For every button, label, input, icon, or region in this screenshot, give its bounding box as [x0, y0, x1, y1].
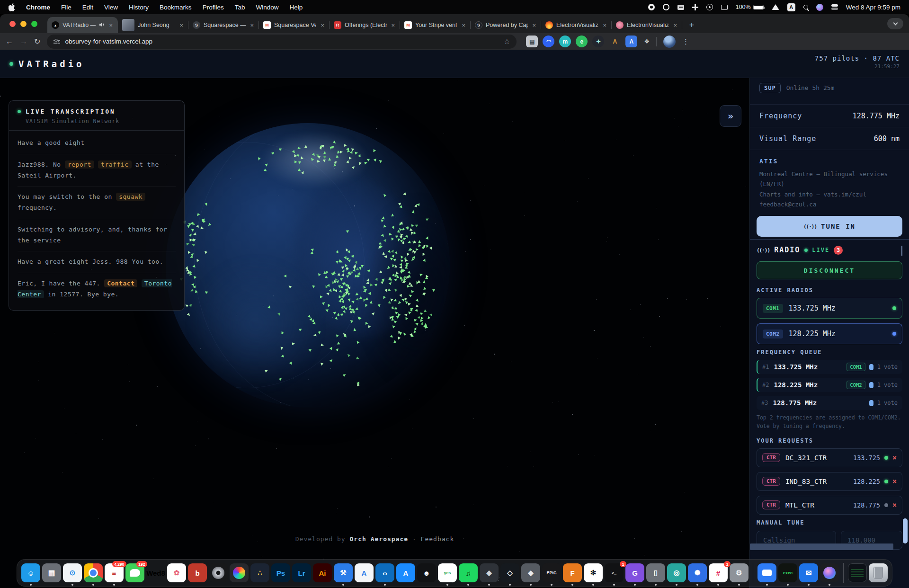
- vscode-dock-icon[interactable]: ‹›: [375, 563, 394, 582]
- aircraft-marker[interactable]: [413, 330, 417, 334]
- fl-studio-dock-icon[interactable]: F: [563, 563, 582, 582]
- aircraft-marker[interactable]: [364, 161, 367, 164]
- aircraft-marker[interactable]: [356, 298, 358, 301]
- aircraft-marker[interactable]: [393, 258, 397, 262]
- aircraft-marker[interactable]: [280, 347, 283, 350]
- phone-mirroring-dock-icon[interactable]: ▯: [646, 563, 665, 582]
- final-cut-dock-icon[interactable]: [230, 563, 249, 582]
- unity-dock-icon[interactable]: ◇: [500, 563, 519, 582]
- evernote-extension-icon[interactable]: e: [576, 36, 588, 47]
- aircraft-marker[interactable]: [384, 255, 387, 258]
- puzzle-extensions-icon[interactable]: ❖: [644, 38, 650, 45]
- aircraft-marker[interactable]: [391, 316, 394, 319]
- browser-tab-6[interactable]: SPowered by Capfi×: [471, 17, 541, 33]
- aircraft-marker[interactable]: [380, 219, 383, 223]
- chatgpt-dock-icon[interactable]: ✻: [584, 563, 603, 582]
- circle-status-icon[interactable]: [663, 4, 669, 10]
- spotlight-search-icon[interactable]: [803, 5, 808, 9]
- terminal-window-dock-icon[interactable]: [848, 563, 867, 582]
- battery-status[interactable]: 100%: [736, 4, 764, 10]
- aircraft-marker[interactable]: [312, 285, 315, 289]
- browser-tab-4[interactable]: ROfferings (Electro×: [330, 17, 400, 33]
- aircraft-marker[interactable]: [424, 309, 427, 312]
- tab-close-icon[interactable]: ×: [672, 22, 678, 29]
- siri-app-dock-icon[interactable]: [820, 563, 839, 582]
- bot-extension-icon[interactable]: ✦: [592, 36, 604, 47]
- vertical-scrollbar-thumb[interactable]: [903, 518, 908, 543]
- aircraft-marker[interactable]: [406, 226, 409, 229]
- remove-request-button[interactable]: ×: [892, 501, 897, 509]
- aircraft-marker[interactable]: [340, 150, 343, 153]
- browser-tab-1[interactable]: John Seong×: [118, 17, 188, 33]
- tab-audio-icon[interactable]: [99, 22, 105, 29]
- queue-row-2[interactable]: #2128.225 MHzCOM21 vote: [757, 378, 902, 392]
- remove-request-button[interactable]: ×: [892, 454, 897, 462]
- aircraft-marker[interactable]: [369, 301, 372, 303]
- yes-ebook-dock-icon[interactable]: yes: [438, 563, 457, 582]
- aircraft-marker[interactable]: [349, 157, 352, 160]
- unity-hub-dock-icon[interactable]: ◆: [521, 563, 540, 582]
- tab-search-button[interactable]: [887, 18, 903, 29]
- tab-close-icon[interactable]: ×: [320, 22, 325, 29]
- aircraft-marker[interactable]: [294, 160, 297, 163]
- xcode-dock-icon[interactable]: ⚒: [334, 563, 353, 582]
- aircraft-marker[interactable]: [394, 251, 397, 254]
- aircraft-marker[interactable]: [411, 210, 415, 213]
- reload-button[interactable]: ↻: [34, 37, 40, 46]
- aircraft-marker[interactable]: [357, 341, 360, 344]
- launchpad-dock-icon[interactable]: ▦: [42, 563, 61, 582]
- gem-app-dock-icon[interactable]: ◆: [480, 563, 499, 582]
- safari-dock-icon[interactable]: ⊙: [63, 563, 82, 582]
- printer-status-icon[interactable]: [677, 5, 684, 10]
- wifi-icon[interactable]: [772, 4, 779, 10]
- browser-tab-8[interactable]: ElectronVisualize×: [612, 17, 682, 33]
- menubar-item-tab[interactable]: Tab: [235, 4, 245, 11]
- tab-close-icon[interactable]: ×: [531, 22, 537, 29]
- translate-extension-icon[interactable]: A: [625, 36, 637, 47]
- aircraft-marker[interactable]: [389, 233, 392, 236]
- davinci-resolve-dock-icon[interactable]: ∴: [250, 563, 269, 582]
- menubar-clock[interactable]: Wed 8 Apr 9:59 pm: [846, 4, 900, 11]
- collapse-radio-panel[interactable]: [901, 246, 902, 255]
- aircraft-marker[interactable]: [393, 340, 396, 343]
- horizontal-scrollbar[interactable]: [750, 543, 893, 550]
- arc-extension-icon[interactable]: ◠: [543, 36, 554, 47]
- aircraft-marker[interactable]: [304, 145, 307, 148]
- aircraft-marker[interactable]: [345, 267, 348, 270]
- aircraft-marker[interactable]: [404, 257, 407, 259]
- aircraft-marker[interactable]: [358, 317, 362, 320]
- aircraft-marker[interactable]: [408, 303, 411, 306]
- system-settings-dock-icon[interactable]: ⚙: [730, 563, 749, 582]
- aircraft-marker[interactable]: [297, 146, 301, 150]
- spotify-dock-icon[interactable]: ♫: [459, 563, 478, 582]
- aircraft-marker[interactable]: [394, 265, 397, 267]
- tab-close-icon[interactable]: ×: [461, 22, 466, 29]
- siri-icon[interactable]: [816, 4, 823, 11]
- aircraft-marker[interactable]: [390, 298, 393, 302]
- menubar-item-edit[interactable]: Edit: [82, 4, 93, 11]
- aircraft-marker[interactable]: [418, 240, 420, 243]
- aircraft-marker[interactable]: [370, 284, 374, 287]
- slack-dock-icon[interactable]: #1: [709, 563, 728, 582]
- drafting-app-dock-icon[interactable]: A: [355, 563, 374, 582]
- menubar-item-bookmarks[interactable]: Bookmarks: [160, 4, 192, 11]
- tab-close-icon[interactable]: ×: [108, 22, 114, 29]
- app-store-dock-icon[interactable]: A: [396, 563, 415, 582]
- menubar-item-window[interactable]: Window: [256, 4, 278, 11]
- url-text[interactable]: obsurvey-for-vatsim.vercel.app: [65, 38, 152, 45]
- menubar-item-profiles[interactable]: Profiles: [203, 4, 224, 11]
- site-settings-icon[interactable]: [53, 40, 60, 44]
- aircraft-marker[interactable]: [365, 322, 368, 325]
- aircraft-marker[interactable]: [326, 284, 330, 287]
- apple-logo-icon[interactable]: [9, 3, 15, 11]
- aircraft-marker[interactable]: [399, 263, 402, 266]
- move-status-icon[interactable]: [692, 4, 698, 10]
- aircraft-marker[interactable]: [336, 261, 339, 264]
- feedback-link[interactable]: Feedback: [421, 535, 454, 543]
- tab-close-icon[interactable]: ×: [602, 22, 607, 29]
- play-status-icon[interactable]: [706, 4, 713, 10]
- aircraft-marker[interactable]: [423, 280, 426, 284]
- photoshop-dock-icon[interactable]: Ps: [271, 563, 290, 582]
- collapse-panel-button[interactable]: »: [720, 105, 741, 127]
- close-window-button[interactable]: [9, 21, 16, 27]
